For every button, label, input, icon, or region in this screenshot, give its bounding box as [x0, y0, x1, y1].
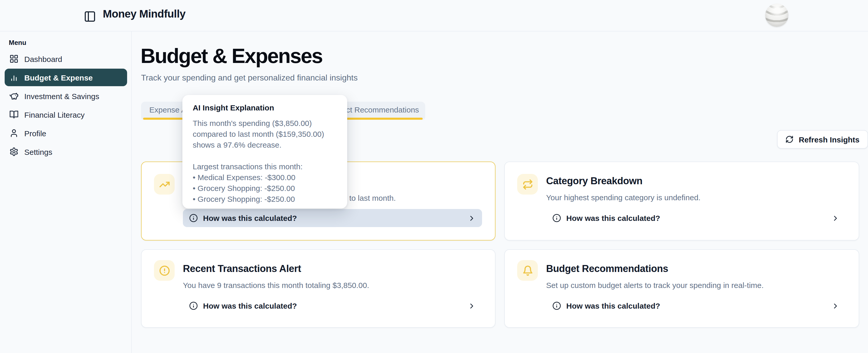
panel-left-icon: [84, 10, 96, 23]
sidebar: Menu Dashboard Budget & Expense Investme…: [0, 32, 132, 353]
sidebar-item-label: Settings: [24, 147, 52, 156]
chevron-right-icon: [468, 302, 476, 310]
how-calculated-label: How was this calculated?: [203, 214, 297, 222]
ai-insight-tooltip: AI Insight Explanation This month's spen…: [182, 95, 347, 209]
card-subtitle: Your highest spending category is undefi…: [546, 193, 701, 202]
chevron-right-icon: [831, 302, 840, 310]
info-icon: [189, 214, 198, 222]
book-open-icon: [9, 110, 19, 119]
tooltip-transaction-item: • Grocery Shopping: -$250.00: [193, 193, 337, 204]
sidebar-item-budget-expense[interactable]: Budget & Expense: [5, 69, 127, 86]
sidebar-toggle-button[interactable]: [83, 9, 97, 24]
tooltip-body-paragraph: This month's spending ($3,850.00) compar…: [193, 118, 337, 150]
piggy-bank-icon: [9, 91, 19, 101]
sidebar-item-label: Financial Literacy: [24, 110, 85, 119]
page-subtitle: Track your spending and get personalized…: [141, 73, 358, 82]
tooltip-title: AI Insight Explanation: [193, 103, 337, 112]
trending-up-icon: [154, 174, 175, 195]
refresh-insights-button[interactable]: Refresh Insights: [777, 130, 868, 149]
how-calculated-row[interactable]: How was this calculated?: [546, 209, 846, 227]
sidebar-item-investment-savings[interactable]: Investment & Savings: [5, 87, 127, 105]
tooltip-list-intro: Largest transactions this month:: [193, 161, 337, 172]
tooltip-transaction-item: • Grocery Shopping: -$250.00: [193, 183, 337, 193]
card-title: Budget Recommendations: [546, 263, 668, 275]
user-icon: [9, 129, 19, 138]
how-calculated-label: How was this calculated?: [566, 302, 660, 310]
refresh-icon: [785, 135, 794, 143]
card-subtitle: Set up custom budget alerts to track you…: [546, 281, 764, 289]
info-icon: [189, 302, 198, 310]
sidebar-item-label: Dashboard: [24, 55, 62, 63]
page-title: Budget & Expenses: [141, 43, 322, 68]
tooltip-spacer: [193, 150, 337, 161]
sidebar-item-settings[interactable]: Settings: [5, 143, 127, 161]
chevron-right-icon: [468, 214, 476, 222]
top-bar: Money Mindfully: [0, 0, 868, 32]
sidebar-menu-heading: Menu: [9, 39, 26, 46]
sidebar-item-label: Investment & Savings: [24, 92, 99, 100]
info-icon: [552, 302, 561, 310]
bar-chart-icon: [9, 73, 19, 82]
category-breakdown-card: Category Breakdown Your highest spending…: [504, 162, 859, 241]
bell-icon: [517, 260, 538, 281]
repeat-icon: [517, 174, 538, 195]
info-icon: [552, 214, 561, 222]
card-title: Recent Transactions Alert: [183, 263, 301, 275]
sidebar-item-dashboard[interactable]: Dashboard: [5, 50, 127, 68]
sidebar-menu: Dashboard Budget & Expense Investment & …: [5, 50, 127, 162]
chevron-right-icon: [831, 214, 840, 222]
card-subtitle: to last month.: [349, 193, 396, 202]
refresh-label: Refresh Insights: [799, 135, 860, 144]
how-calculated-label: How was this calculated?: [203, 302, 297, 310]
app-window: Money Mindfully Menu Dashboard Budget & …: [0, 0, 868, 353]
sidebar-item-profile[interactable]: Profile: [5, 125, 127, 142]
layout-grid-icon: [9, 54, 19, 64]
app-title: Money Mindfully: [103, 8, 185, 20]
how-calculated-label: How was this calculated?: [566, 214, 660, 222]
recent-transactions-card: Recent Transactions Alert You have 9 tra…: [141, 249, 495, 328]
alert-circle-icon: [154, 260, 175, 281]
sidebar-item-financial-literacy[interactable]: Financial Literacy: [5, 106, 127, 123]
how-calculated-row[interactable]: How was this calculated?: [183, 297, 482, 315]
tooltip-transaction-item: • Medical Expenses: -$300.00: [193, 172, 337, 183]
user-avatar[interactable]: [765, 4, 788, 27]
gear-icon: [9, 147, 19, 156]
sidebar-item-label: Profile: [24, 129, 46, 138]
budget-recommendations-card: Budget Recommendations Set up custom bud…: [504, 249, 859, 328]
card-subtitle: You have 9 transactions this month total…: [183, 281, 369, 289]
sidebar-item-label: Budget & Expense: [24, 73, 93, 82]
how-calculated-row[interactable]: How was this calculated?: [546, 297, 846, 315]
card-title: Category Breakdown: [546, 175, 643, 187]
how-calculated-row[interactable]: How was this calculated?: [183, 209, 482, 227]
